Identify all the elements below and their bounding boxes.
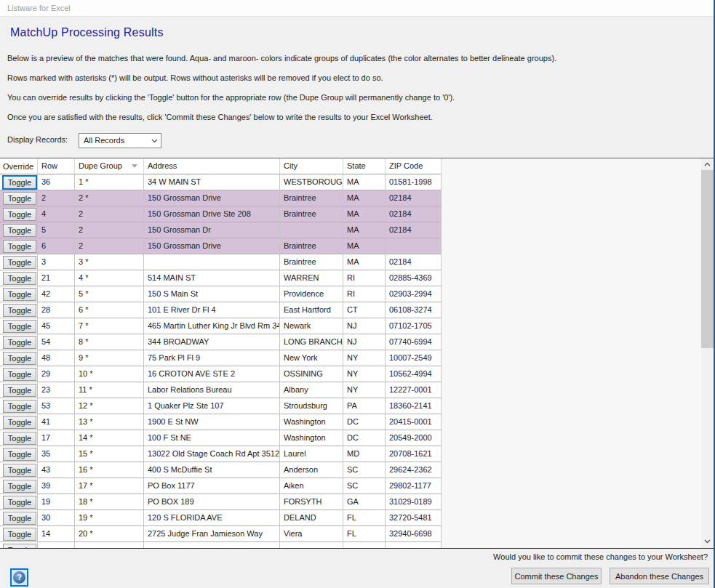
window-titlebar: Listware for Excel [0, 0, 714, 17]
toggle-button[interactable]: Toggle [3, 432, 36, 445]
column-header-override[interactable]: Override [0, 158, 38, 174]
toggle-button[interactable]: Toggle [3, 368, 36, 381]
toggle-button[interactable]: Toggle [3, 336, 36, 349]
zip-cell: 32720-5481 [386, 510, 442, 526]
toggle-button[interactable]: Toggle [3, 400, 36, 413]
toggle-button[interactable]: Toggle [3, 272, 36, 285]
column-header-state[interactable]: State [343, 158, 386, 174]
dupe-group-cell: 8 * [75, 334, 144, 350]
row-cell: 3 [38, 254, 75, 270]
zip-cell: 20708-1621 [386, 446, 442, 462]
toggle-button[interactable]: Toggle [3, 384, 36, 397]
column-header-city[interactable]: City [280, 158, 343, 174]
city-cell: Braintree [280, 238, 343, 254]
table-row: Toggle2311 *Labor Relations BureauAlbany… [0, 382, 442, 398]
sort-descending-icon [132, 164, 137, 168]
override-cell: Toggle [0, 494, 38, 510]
address-cell: 2725 Judge Fran Jamieson Way [144, 526, 280, 542]
toggle-button[interactable]: Toggle [3, 528, 36, 541]
zip-cell: 10007-2549 [386, 350, 442, 366]
city-cell: WESTBOROUGH [280, 174, 343, 190]
toggle-button[interactable]: Toggle [3, 512, 36, 525]
toggle-button[interactable]: Toggle [3, 256, 36, 269]
toggle-button[interactable]: Toggle [3, 288, 36, 301]
scrollbar-thumb[interactable] [701, 170, 714, 348]
window-title: Listware for Excel [7, 4, 71, 12]
display-records-value: All Records [84, 136, 124, 145]
toggle-button[interactable]: Toggle [3, 208, 36, 221]
override-cell: Toggle [0, 350, 38, 366]
city-cell: Braintree [280, 254, 343, 270]
table-row: Toggle457 *465 Martin Luther King Jr Blv… [0, 318, 442, 334]
results-grid: Override Row Dupe Group Address City Sta… [0, 158, 442, 549]
state-cell: NY [343, 350, 386, 366]
override-cell: Toggle [0, 254, 38, 270]
commit-changes-button[interactable]: Commit these Changes [511, 568, 602, 584]
column-header-dupe-group[interactable]: Dupe Group [75, 158, 144, 174]
override-cell: Toggle [0, 302, 38, 318]
zip-cell: 18360-2141 [386, 398, 442, 414]
table-row: Toggle22 *150 Grossman DriveBraintreeMA0… [0, 190, 442, 206]
override-cell: Toggle [0, 542, 38, 549]
dupe-group-cell: 9 * [75, 350, 144, 366]
address-cell: 1900 E St NW [144, 414, 280, 430]
column-header-row[interactable]: Row [38, 158, 75, 174]
toggle-button[interactable]: Toggle [3, 416, 36, 429]
zip-cell: 02184 [386, 254, 442, 270]
toggle-button[interactable]: Toggle [3, 352, 36, 365]
dupe-group-cell: 5 * [75, 286, 144, 302]
vertical-scrollbar[interactable] [701, 158, 714, 548]
zip-cell: 20549-2000 [386, 430, 442, 446]
city-cell: OSSINING [280, 366, 343, 382]
toggle-button[interactable]: Toggle [3, 176, 36, 189]
row-cell: 29 [38, 366, 75, 382]
row-cell [38, 542, 75, 549]
toggle-button[interactable]: Toggle [3, 320, 36, 333]
row-cell: 6 [38, 238, 75, 254]
city-cell: Albany [280, 382, 343, 398]
toggle-button[interactable]: Toggle [3, 496, 36, 509]
toggle-button[interactable]: Toggle [3, 480, 36, 493]
toggle-button[interactable]: Toggle [3, 464, 36, 477]
help-button[interactable]: ? [10, 568, 28, 587]
abandon-changes-button[interactable]: Abandon these Changes [610, 568, 709, 584]
zip-cell: 01581-1998 [386, 174, 442, 190]
zip-cell: 12227-0001 [386, 382, 442, 398]
city-cell: FORSYTH [280, 494, 343, 510]
toggle-button[interactable]: Toggle [3, 240, 36, 253]
table-row: Toggle3515 *13022 Old Stage Coach Rd Apt… [0, 446, 442, 462]
state-cell: FL [343, 526, 386, 542]
dupe-group-cell: 20 * [75, 526, 144, 542]
help-icon: ? [13, 571, 25, 584]
column-header-zip[interactable]: ZIP Code [386, 158, 442, 174]
dupe-group-cell: 10 * [75, 366, 144, 382]
display-records-dropdown[interactable]: All Records [79, 133, 161, 148]
toggle-button[interactable]: Toggle [3, 224, 36, 237]
toggle-button[interactable]: Toggle [3, 448, 36, 461]
state-cell: SC [343, 462, 386, 478]
state-cell: PA [343, 398, 386, 414]
toggle-button[interactable]: Toggle [3, 192, 36, 205]
dupe-group-cell: 14 * [75, 430, 144, 446]
state-cell: NY [343, 382, 386, 398]
scroll-down-button[interactable] [701, 536, 714, 548]
table-row: Toggle548 *344 BROADWAYLONG BRANCHNJ0774… [0, 334, 442, 350]
zip-cell: 29802-1177 [386, 478, 442, 494]
zip-cell [386, 238, 442, 254]
address-cell: 400 S McDuffie St [144, 462, 280, 478]
toggle-button[interactable]: Toggle [3, 304, 36, 317]
chevron-down-icon [151, 139, 158, 143]
city-cell: East Hartford [280, 302, 343, 318]
city-cell: Stroudsburg [280, 398, 343, 414]
override-cell: Toggle [0, 270, 38, 286]
city-cell: Washington [280, 414, 343, 430]
column-header-address[interactable]: Address [144, 158, 280, 174]
address-cell: 100 F St NE [144, 430, 280, 446]
scroll-up-button[interactable] [701, 158, 714, 171]
override-cell: Toggle [0, 286, 38, 302]
row-cell: 30 [38, 510, 75, 526]
table-row: Toggle5312 *1 Quaker Plz Ste 107Stroudsb… [0, 398, 442, 414]
dupe-group-cell: 7 * [75, 318, 144, 334]
state-cell: MA [343, 254, 386, 270]
toggle-button[interactable]: Toggle [3, 544, 36, 549]
